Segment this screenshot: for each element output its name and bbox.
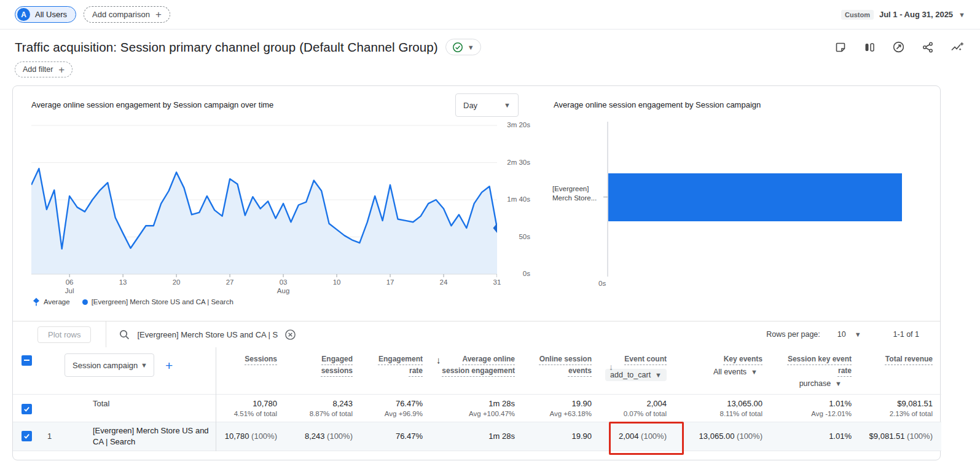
row-checkbox[interactable]: [22, 404, 32, 414]
timeseries-x-axis: 06Jul13202703Aug10172431: [31, 278, 497, 296]
timeseries-line-chart: [31, 122, 497, 280]
chevron-down-icon: ▼: [751, 368, 758, 376]
x-axis-tick-label: 10: [333, 278, 341, 286]
chevron-down-icon: ▼: [958, 11, 965, 18]
table-header-row: Session campaign ▼ + Sessions Engaged se…: [13, 347, 941, 394]
key-events-selector[interactable]: All events ▼: [713, 368, 758, 376]
add-filter-button[interactable]: Add filter +: [15, 61, 73, 77]
table-section: Plot rows [Evergreen] Merch Store US and…: [13, 321, 940, 451]
chevron-down-icon: ▼: [835, 380, 842, 387]
totals-row: Total 10,7804.51% of total 8,2438.87% of…: [13, 394, 941, 422]
rows-per-page-label: Rows per page:: [766, 330, 820, 339]
legend-label: [Evergreen] Merch Store US and CA | Sear…: [92, 298, 233, 305]
event-count-selector[interactable]: add_to_cart ▼: [605, 369, 667, 381]
insights-circle-icon[interactable]: [892, 41, 905, 53]
table-search[interactable]: [Evergreen] Merch Store US and CA | S: [119, 329, 296, 341]
page-title: Traffic acquisition: Session primary cha…: [15, 40, 438, 55]
legend-item-average: Average: [33, 298, 70, 306]
row-number: 1: [41, 422, 58, 451]
chevron-down-icon: ▼: [504, 101, 511, 109]
plus-icon: +: [155, 9, 162, 20]
note-icon[interactable]: [834, 41, 847, 53]
event-count-cell: 2,004 (100%): [605, 422, 680, 451]
col-header-engaged-sessions[interactable]: Engaged sessions: [291, 347, 366, 394]
chart-legend: Average [Evergreen] Merch Store US and C…: [33, 298, 233, 306]
rows-per-page-select[interactable]: 10 ▼: [837, 330, 861, 339]
x-axis-tick-label: 06Jul: [65, 278, 74, 295]
key-event-rate-selector[interactable]: purchase ▼: [799, 379, 842, 388]
bar-category-label: [Evergreen] Merch Store...: [552, 184, 606, 203]
all-users-label: All Users: [35, 10, 67, 19]
sort-descending-icon[interactable]: ↓: [436, 355, 441, 365]
search-icon: [119, 329, 130, 341]
col-header-sessions[interactable]: Sessions: [216, 347, 291, 394]
bar-zero-label: 0s: [598, 280, 606, 287]
add-comparison-button[interactable]: Add comparison +: [84, 6, 170, 23]
timeseries-y-axis: 3m 20s2m 30s1m 40s50s0s: [501, 122, 530, 280]
comparison-bar: A All Users Add comparison + Custom Jul …: [0, 0, 980, 30]
x-axis-tick-label: 31: [493, 278, 501, 286]
all-users-chip[interactable]: A All Users: [15, 6, 76, 23]
add-column-button[interactable]: +: [165, 359, 173, 372]
add-comparison-label: Add comparison: [92, 10, 150, 19]
campaign-name: [Evergreen] Merch Store US and CA | Sear…: [58, 422, 216, 451]
date-range-picker[interactable]: Custom Jul 1 - Aug 31, 2025 ▼: [841, 10, 965, 20]
all-users-avatar: A: [17, 8, 30, 21]
col-header-engagement-rate[interactable]: Engagement rate: [366, 347, 436, 394]
col-header-total-revenue[interactable]: Total revenue: [865, 347, 941, 394]
share-icon[interactable]: [922, 41, 934, 53]
report-header: Traffic acquisition: Session primary cha…: [0, 30, 980, 55]
charts-area: Average online session engagement by Ses…: [13, 86, 940, 321]
bar-axis-tick: [603, 197, 608, 197]
col-header-avg-online-session-engagement[interactable]: ↓ Average online session engagement: [436, 347, 528, 394]
chevron-down-icon: ▼: [855, 331, 861, 338]
chevron-down-icon: ▼: [468, 44, 474, 51]
campaign-bar[interactable]: [608, 173, 902, 221]
report-card: Average online session engagement by Ses…: [12, 85, 941, 460]
table-row[interactable]: 1 [Evergreen] Merch Store US and CA | Se…: [13, 422, 941, 451]
x-axis-tick-label: 27: [226, 278, 234, 286]
sparkline-insights-icon[interactable]: [951, 41, 964, 53]
col-header-key-events[interactable]: Key events All events ▼: [680, 347, 776, 394]
x-axis-tick-label: 03Aug: [277, 278, 289, 295]
legend-label: Average: [44, 298, 70, 305]
plot-rows-button[interactable]: Plot rows: [37, 326, 91, 343]
filter-bar: Add filter +: [0, 55, 980, 77]
data-quality-badge[interactable]: ▼: [445, 39, 481, 55]
col-header-online-session-events[interactable]: Online session events: [528, 347, 605, 394]
report-actions: [834, 41, 964, 53]
x-axis-tick-label: 20: [173, 278, 181, 286]
pagination-range: 1-1 of 1: [893, 330, 919, 339]
search-input[interactable]: [Evergreen] Merch Store US and CA | S: [137, 330, 278, 339]
average-pin-icon: [33, 298, 40, 306]
chevron-down-icon: ▼: [141, 361, 147, 369]
y-axis-tick-label: 50s: [519, 233, 530, 240]
check-circle-icon: [452, 42, 463, 53]
ab-compare-icon[interactable]: [863, 41, 876, 53]
custom-badge: Custom: [841, 10, 874, 20]
chevron-down-icon: ▼: [655, 371, 662, 379]
select-all-checkbox[interactable]: [22, 355, 32, 366]
series-dot-icon: [82, 299, 88, 305]
dimension-select[interactable]: Session campaign ▼: [65, 353, 154, 377]
table-toolbar: Plot rows [Evergreen] Merch Store US and…: [13, 321, 940, 347]
y-axis-tick-label: 3m 20s: [507, 121, 530, 128]
x-axis-tick-label: 17: [386, 278, 394, 286]
toolbar-divider: [106, 321, 106, 347]
col-header-session-key-event-rate[interactable]: Session key event rate purchase ▼: [776, 347, 865, 394]
row-checkbox[interactable]: [22, 431, 32, 441]
timeseries-chart-title: Average online session engagement by Ses…: [31, 100, 273, 109]
bar-chart-plot: [607, 122, 903, 277]
x-axis-tick-label: 24: [440, 278, 448, 286]
plus-icon: +: [58, 65, 65, 75]
x-axis-tick-label: 13: [119, 278, 127, 286]
y-axis-tick-label: 2m 30s: [507, 159, 530, 166]
col-header-event-count[interactable]: ↓ Event count add_to_cart ▼: [605, 347, 680, 394]
granularity-value: Day: [463, 101, 477, 110]
clear-search-icon[interactable]: [284, 329, 296, 341]
legend-item-campaign: [Evergreen] Merch Store US and CA | Sear…: [82, 298, 233, 305]
sort-icon[interactable]: ↓: [609, 362, 613, 372]
bar-chart-title: Average online session engagement by Ses…: [554, 100, 761, 109]
pagination-controls: Rows per page: 10 ▼ 1-1 of 1: [766, 330, 919, 339]
granularity-select[interactable]: Day ▼: [455, 93, 519, 117]
